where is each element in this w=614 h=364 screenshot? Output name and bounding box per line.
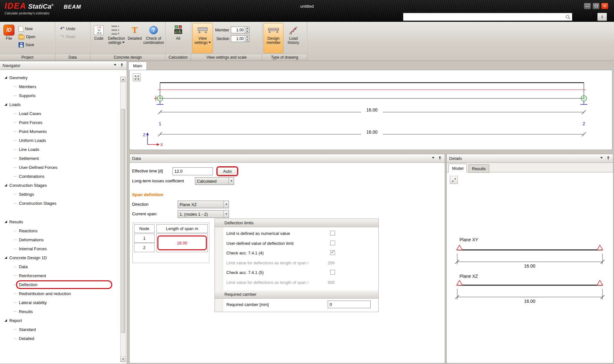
tree-item-settings[interactable]: Settings xyxy=(0,190,120,199)
collapse-chevron-icon[interactable] xyxy=(432,157,434,160)
tree-item-label: Reactions xyxy=(19,228,38,233)
tree-item-geometry[interactable]: Geometry xyxy=(0,73,120,82)
span-length-cell[interactable]: 16.00 xyxy=(158,236,206,249)
design-member-button[interactable]: Design member xyxy=(264,23,283,53)
collapse-chevron-icon[interactable] xyxy=(600,157,603,160)
tree-item-combinations[interactable]: Combinations xyxy=(0,172,120,181)
tab-model[interactable]: Model xyxy=(449,164,467,173)
tree-connector xyxy=(13,311,17,312)
tree-item-uniform-loads[interactable]: Uniform Loads xyxy=(0,136,120,145)
tree-item-line-loads[interactable]: Line Loads xyxy=(0,145,120,154)
load-history-button[interactable]: Load history xyxy=(284,23,302,53)
deflection-settings-button[interactable]: 1 2 3 Deflection settings xyxy=(107,23,126,53)
pin-icon[interactable] xyxy=(120,63,124,68)
tree-item-construction-stages[interactable]: Construction Stages xyxy=(0,181,120,190)
direction-select[interactable]: Plane XZ xyxy=(178,201,229,208)
tree-item-point-moments[interactable]: Point Moments xyxy=(0,127,120,136)
file-button[interactable]: ID File xyxy=(1,23,17,53)
info-button[interactable]: i xyxy=(597,13,607,21)
tree-item-report[interactable]: Report xyxy=(0,316,120,325)
expander-icon[interactable] xyxy=(4,184,7,186)
scrollbar-thumb[interactable] xyxy=(121,109,125,333)
detailed-button[interactable]: T Detailed xyxy=(127,23,142,53)
tree-item-reinforcement[interactable]: Reinforcement xyxy=(0,271,120,280)
step-up-icon xyxy=(245,27,249,30)
tab-results[interactable]: Results xyxy=(468,164,489,173)
new-document-icon xyxy=(19,26,23,32)
tree-item-settlement[interactable]: Settlement xyxy=(0,154,120,163)
tree-item-deflection[interactable]: Deflection xyxy=(0,280,120,289)
effective-time-input[interactable] xyxy=(172,167,213,175)
close-button[interactable]: ✕ xyxy=(601,3,608,9)
check-of-combination-button[interactable]: ? Check of combination xyxy=(143,23,164,53)
tree-item-supports[interactable]: Supports xyxy=(0,91,120,100)
save-button[interactable]: Save xyxy=(18,41,36,48)
view-settings-button[interactable]: View settings xyxy=(192,23,213,53)
tree-item-deformations[interactable]: Deformations xyxy=(0,235,120,244)
code-button[interactable]: 1,459025.8 Code xyxy=(92,23,106,53)
tree-connector xyxy=(13,158,17,159)
navigator-title: Navigator xyxy=(3,63,113,68)
tree-item-results[interactable]: Results xyxy=(0,217,120,226)
tree-item-standard[interactable]: Standard xyxy=(0,325,120,334)
calculate-all-button[interactable]: +− All xyxy=(170,23,186,53)
tree-item-concrete-design-1d[interactable]: Concrete Design 1D xyxy=(0,253,120,262)
tree-connector xyxy=(13,203,17,203)
expander-icon[interactable] xyxy=(4,220,7,223)
expander-icon[interactable] xyxy=(4,103,7,106)
expander-icon[interactable] xyxy=(4,76,7,79)
pin-icon[interactable] xyxy=(438,156,442,161)
expander-icon[interactable] xyxy=(4,319,7,322)
navigator-scrollbar[interactable] xyxy=(120,77,126,362)
required-camber-input[interactable] xyxy=(328,301,371,308)
maximize-button[interactable] xyxy=(593,3,600,9)
auto-button[interactable]: Auto xyxy=(217,167,237,175)
tree-item-data[interactable]: Data xyxy=(0,262,120,271)
tree-item-members[interactable]: Members xyxy=(0,82,120,91)
current-span-select[interactable]: 1. (nodes 1 - 2) xyxy=(178,210,229,218)
expander-icon[interactable] xyxy=(4,256,7,259)
support-triangle-icon xyxy=(597,280,603,285)
minimize-button[interactable]: — xyxy=(584,3,591,9)
main-drawing-canvas[interactable]: 16.00 1 2 16.00 Z X xyxy=(129,70,612,150)
collapse-chevron-icon[interactable] xyxy=(114,64,116,67)
pin-icon[interactable] xyxy=(606,156,610,161)
section-scale-stepper[interactable] xyxy=(231,35,249,42)
tab-main[interactable]: Main xyxy=(128,62,147,70)
tree-item-load-cases[interactable]: Load Cases xyxy=(0,109,120,118)
span-definition-title: Span definition xyxy=(132,192,164,197)
node-cell-2[interactable]: 2 xyxy=(134,243,155,252)
scroll-down-icon[interactable] xyxy=(121,357,125,362)
fit-view-button[interactable] xyxy=(133,73,141,81)
tree-item-redistribution-and-reduction[interactable]: Redistribution and reduction xyxy=(0,289,120,298)
tree-item-point-forces[interactable]: Point Forces xyxy=(0,118,120,127)
longterm-losses-select[interactable]: Calculated xyxy=(195,177,234,185)
tree-item-reactions[interactable]: Reactions xyxy=(0,226,120,235)
redo-button[interactable]: ↷Redo xyxy=(59,33,76,40)
section-scale-input[interactable] xyxy=(231,36,245,42)
main-tabstrip: Main xyxy=(128,61,613,70)
member-scale-stepper[interactable] xyxy=(231,27,249,33)
scroll-up-icon[interactable] xyxy=(121,77,125,82)
tree-item-internal-forces[interactable]: Internal Forces xyxy=(0,244,120,253)
tree-item-lateral-stability[interactable]: Lateral stability xyxy=(0,298,120,307)
undo-button[interactable]: ↶Undo xyxy=(59,25,76,32)
tree-item-construction-stages[interactable]: Construction Stages xyxy=(0,199,120,208)
checkbox-unchecked[interactable] xyxy=(330,270,335,275)
checkbox-unchecked[interactable] xyxy=(330,231,335,236)
tree-item-results[interactable]: Results xyxy=(0,307,120,316)
new-button[interactable]: New xyxy=(18,25,36,32)
ribbon-group-type-of-drawing: Design member Load history Type of drawi… xyxy=(262,22,307,61)
open-button[interactable]: Open xyxy=(18,33,36,40)
support-triangle-icon xyxy=(457,280,462,285)
member-scale-input[interactable] xyxy=(231,27,245,33)
tree-item-user-defined-forces[interactable]: User-Defined Forces xyxy=(0,163,120,172)
search-input[interactable] xyxy=(403,13,565,21)
tree-item-loads[interactable]: Loads xyxy=(0,100,120,109)
node-cell-1[interactable]: 1 xyxy=(134,234,155,243)
checkbox-unchecked[interactable] xyxy=(330,241,335,245)
tree-item-detailed[interactable]: Detailed xyxy=(0,334,120,343)
checkbox-checked[interactable] xyxy=(330,250,335,255)
search-box[interactable] xyxy=(403,13,572,21)
tree-connector xyxy=(13,231,17,231)
